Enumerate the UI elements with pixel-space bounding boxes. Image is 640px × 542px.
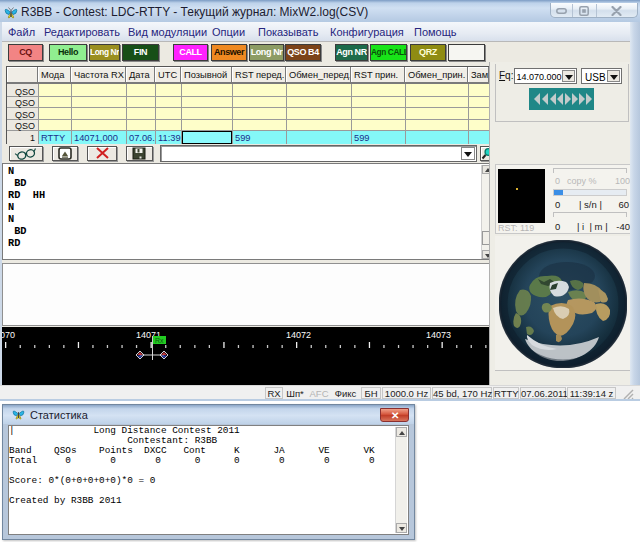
svg-text:Rx: Rx	[155, 337, 164, 344]
